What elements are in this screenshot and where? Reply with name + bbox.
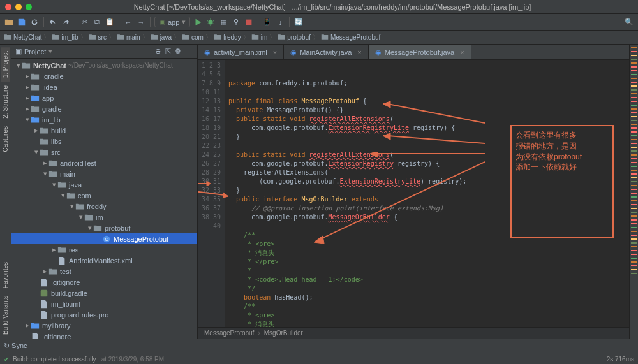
tree-node[interactable]: ▸.gradle [11,71,197,82]
undo-icon[interactable] [48,17,58,27]
scroll-from-source-icon[interactable]: ⊕ [152,47,163,57]
tree-root[interactable]: ▾NettyChat ~/DevTools/as_workspace/Netty… [11,60,197,71]
tree-node[interactable]: ▸app [11,92,197,103]
breadcrumb-item[interactable]: java [151,33,172,42]
svg-marker-9 [223,193,228,198]
redo-icon[interactable] [61,17,71,27]
tree-node[interactable]: ▾im [11,212,197,222]
tree-node[interactable]: proguard-rules.pro [11,309,197,320]
debug-icon[interactable] [205,17,216,27]
breadcrumb-item[interactable]: main [117,33,140,42]
svg-marker-11 [383,101,390,108]
tree-node[interactable]: ▾im_lib [11,114,197,125]
main-toolbar: ✂ ⧉ 📋 ← → ▣app▾ ▦ ⚲ 📱 ↓ 🔄 🔍 [0,14,638,31]
tree-node[interactable]: ▸.idea [11,82,197,92]
svg-rect-4 [41,289,48,296]
avd-icon[interactable]: 📱 [262,17,272,27]
tree-node[interactable]: ▸gradle [11,103,197,114]
build-timestamp: at 2019/3/29, 6:58 PM [101,356,164,363]
svg-rect-1 [246,19,252,25]
tree-node[interactable]: im_lib.iml [11,298,197,309]
svg-marker-17 [314,236,324,244]
collapse-all-icon[interactable]: ⇱ [163,47,173,57]
breadcrumb-item[interactable]: src [89,33,107,42]
close-window-icon[interactable] [5,4,11,10]
project-panel: ▣Project▾ ⊕ ⇱ ⚙ − ▾NettyChat ~/DevTools/… [11,45,198,339]
navigation-breadcrumbs: NettyChat〉im_lib〉src〉main〉java〉com〉fredd… [0,31,638,45]
breadcrumb-item[interactable]: freddy [214,33,241,42]
tree-node[interactable]: ▾protobuf [11,222,197,233]
attach-icon[interactable]: ⚲ [231,17,241,27]
hide-panel-icon[interactable]: − [183,47,193,57]
tree-node[interactable]: ▸mylibrary [11,320,197,331]
tree-node[interactable]: ▸build [11,125,197,136]
tree-node[interactable]: ▸androidTest [11,157,197,168]
tree-node[interactable]: CMessageProtobuf [11,233,197,244]
svg-marker-13 [383,133,390,140]
tool-tab-structure[interactable]: 2: Structure [1,82,10,122]
tool-tab-build-variants[interactable]: Build Variants [1,292,10,339]
run-config-dropdown[interactable]: ▣app▾ [154,17,190,27]
editor-tab[interactable]: ◉activity_main.xml× [198,45,284,59]
breadcrumb-item[interactable]: protobuf [278,33,311,42]
stop-icon[interactable] [244,17,254,27]
tree-node[interactable]: ▸res [11,244,197,255]
svg-line-16 [319,162,485,240]
run-icon[interactable] [193,17,203,27]
svg-marker-7 [207,181,211,186]
close-tab-icon: × [460,48,464,56]
forward-icon[interactable]: → [136,17,146,27]
tree-node[interactable]: ▾com [11,190,197,201]
cut-icon[interactable]: ✂ [79,17,89,27]
tree-node[interactable]: ▾main [11,168,197,179]
profiler-icon[interactable]: ▦ [218,17,228,27]
build-status: Build: completed successfully [13,356,96,363]
breadcrumb-item[interactable]: com [182,33,204,42]
open-icon[interactable] [4,17,14,27]
tool-tab-captures[interactable]: Captures [1,122,10,156]
maximize-window-icon[interactable] [26,4,32,10]
tree-node[interactable]: ▾src [11,147,197,157]
check-icon: ✔ [4,356,9,363]
refresh-icon[interactable] [29,17,40,27]
editor-tab[interactable]: ◉MainActivity.java× [284,45,369,59]
tool-tab-favorites[interactable]: Favorites [1,258,10,292]
tree-node[interactable]: .gitignore [11,331,197,339]
tree-node[interactable]: ▾freddy [11,201,197,212]
gear-icon[interactable]: ⚙ [173,47,183,57]
tool-tab-project[interactable]: 1: Project [1,47,10,82]
tree-node[interactable]: ▸test [11,266,197,277]
sdk-icon[interactable]: ↓ [275,17,285,27]
search-icon[interactable]: 🔍 [624,17,634,27]
breadcrumb-item[interactable]: NettyChat [4,33,41,42]
tree-node[interactable]: libs [11,136,197,147]
sync-tab[interactable]: ↻ Sync [4,342,27,350]
tree-node[interactable]: ▾java [11,179,197,190]
run-config-label: app [168,18,179,26]
svg-point-0 [209,20,213,24]
save-icon[interactable] [17,17,27,27]
editor-breadcrumb[interactable]: MessageProtobuf›MsgOrBuilder [198,327,629,339]
breadcrumb-item[interactable]: im [251,33,268,42]
sync-gradle-icon[interactable]: 🔄 [293,17,304,27]
tree-node[interactable]: AndroidManifest.xml [11,255,197,266]
tree-node[interactable]: .gitignore [11,277,197,288]
svg-line-8 [198,191,225,195]
error-stripe[interactable] [629,45,638,339]
build-elapsed: 2s 716ms [607,356,634,363]
back-icon[interactable]: ← [123,17,133,27]
minimize-window-icon[interactable] [15,4,22,10]
project-view-dropdown[interactable]: ▣Project▾ [15,47,52,55]
editor-tabs: ◉activity_main.xml×◉MainActivity.java×◉M… [198,45,629,60]
project-tree[interactable]: ▾NettyChat ~/DevTools/as_workspace/Netty… [11,59,197,339]
paste-icon[interactable]: 📋 [105,17,115,27]
editor-area: ◉activity_main.xml×◉MainActivity.java×◉M… [198,45,629,339]
tree-node[interactable]: build.gradle [11,288,197,298]
copy-icon[interactable]: ⧉ [92,17,102,27]
editor-tab[interactable]: ◉MessageProtobuf.java× [369,45,471,59]
svg-text:C: C [105,237,108,241]
breadcrumb-item[interactable]: im_lib [52,33,78,42]
svg-line-10 [388,104,485,123]
window-title: NettyChat [~/DevTools/as_workspace/Netty… [32,3,633,11]
breadcrumb-item[interactable]: MessageProtobuf [321,33,380,42]
